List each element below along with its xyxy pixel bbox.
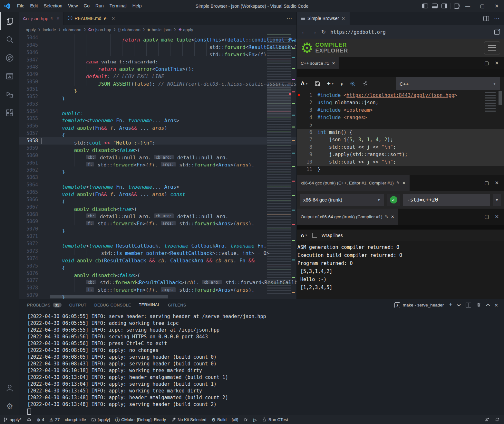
menu-run[interactable]: Run [92, 3, 107, 8]
customize-layout-icon[interactable] [454, 4, 459, 9]
code-line-5061[interactable]: 5061f: std::forward<Fn>(f), args: std::f… [19, 159, 296, 167]
breadcrumb-item-json.hpp[interactable]: C++json.hpp [88, 27, 111, 32]
breadcrumb-item-nlohmann[interactable]: {}nlohmann [118, 27, 141, 32]
code-line-5058[interactable]: 5058std::cout << "Hello :-)\n"; [19, 137, 296, 145]
ce-code-line-9[interactable]: 9 j.apply(std::ranges::sort); [297, 151, 504, 158]
compiler-select[interactable]: x86-64 gcc (trunk)▼ [300, 194, 384, 206]
panel-tab-gitlens[interactable]: GITLENS [168, 299, 186, 311]
maximize-panel-icon[interactable]: ❯ [486, 304, 490, 306]
extensions-icon[interactable] [0, 104, 19, 122]
options-dropdown-icon[interactable]: ▼ [493, 194, 501, 206]
code-line-5069[interactable]: 5069f: std::forward<Fn>(f), args: std::f… [19, 218, 296, 225]
status-item-cmake-launch[interactable]: ▷ [253, 418, 257, 422]
code-line-5070[interactable]: 5070} [19, 225, 296, 233]
add-pane-button[interactable]: +▼ [327, 80, 334, 88]
code-line-5054[interactable]: 5054public: [19, 108, 296, 115]
code-line-5045[interactable]: 5045std::forward<ResultCallback>(cb), [19, 42, 296, 49]
horizontal-scrollbar[interactable] [50, 295, 168, 298]
forward-icon[interactable]: → [311, 29, 317, 35]
code-line-5062[interactable]: 5062} [19, 166, 296, 174]
code-line-5063[interactable]: 5063 [19, 174, 296, 181]
url-input[interactable]: https://godbolt.org [330, 29, 490, 35]
code-line-5056[interactable]: 5056void apply(Fn&& f, Args&& ... args) [19, 122, 296, 130]
ce-code-line-10[interactable]: 10 std::cout << j << "\n"; [297, 158, 504, 166]
close-button[interactable]: ✕ [489, 0, 504, 12]
search-icon[interactable] [0, 30, 19, 49]
code-editor[interactable]: 5044return apply_make_tuple<ConstThis>(d… [19, 34, 296, 299]
ce-compiler-tab[interactable]: x86-64 gcc (trunk) (C++, Editor #1, Comp… [297, 175, 410, 191]
code-line-5075[interactable]: 5075{ [19, 262, 296, 270]
editor-more-actions[interactable]: ⋯ [282, 12, 296, 25]
status-item-cmake-status[interactable]: ⓘCMake: [Debug]: Ready [115, 417, 166, 422]
status-item-clangd-status[interactable]: clangd: idle [65, 417, 86, 422]
code-line-5059[interactable]: 5059apply_dispatch<false>( [19, 145, 296, 152]
menu-go[interactable]: Go [81, 3, 92, 8]
minimap[interactable] [267, 34, 291, 294]
code-line-5053[interactable]: 5053 [19, 100, 296, 108]
font-size-button[interactable]: A▼ [301, 232, 308, 238]
close-icon[interactable]: ✕ [111, 16, 115, 21]
explorer-icon[interactable] [0, 12, 19, 30]
code-line-5068[interactable]: 5068cb: detail::null_arg, cb_arg: detail… [19, 211, 296, 218]
close-pane-icon[interactable]: ✕ [495, 180, 499, 186]
panel-tab-output[interactable]: OUTPUT [69, 299, 87, 311]
ce-code-line-3[interactable]: 3#include <iostream> [297, 107, 504, 114]
save-icon[interactable] [315, 81, 320, 87]
maximize-pane-icon[interactable]: ▢ [484, 60, 489, 66]
edit-icon[interactable]: ✎ [385, 214, 388, 219]
close-icon[interactable]: ✕ [332, 61, 335, 66]
code-line-5047[interactable]: 5047case value_t::discarded: [19, 56, 296, 64]
menu-edit[interactable]: Edit [27, 3, 41, 8]
panel-tab-debug-console[interactable]: DEBUG CONSOLE [94, 299, 131, 311]
minimize-button[interactable]: — [460, 0, 475, 12]
breadcrumb[interactable]: apply❯include❯nlohmann❯C++json.hpp❯{}nlo… [19, 25, 296, 34]
code-line-5048[interactable]: 5048return apply_error<ConstThis>(); [19, 63, 296, 71]
code-line-5071[interactable]: 5071 [19, 233, 296, 240]
minimap-slider[interactable] [267, 85, 291, 116]
terminal-output[interactable]: [2022-04-30 06:05:55] INFO: serve_header… [19, 311, 504, 415]
code-line-5074[interactable]: 5074void apply_cb(ResultCallback && cb, … [19, 255, 296, 262]
terminal-dropdown-icon[interactable]: ❯ [457, 304, 461, 306]
ce-menu-button[interactable] [484, 42, 500, 54]
status-item-git-branch[interactable]: apply* [3, 417, 21, 422]
code-line-5065[interactable]: 5065void apply(Fn&& f, Args&& ... args) … [19, 189, 296, 196]
insights-icon[interactable] [362, 81, 368, 87]
close-icon[interactable]: ✕ [391, 214, 394, 219]
breadcrumb-item-apply[interactable]: apply [26, 27, 36, 32]
status-item-publish[interactable] [26, 417, 31, 422]
ce-code-line-4[interactable]: 4#include <ranges> [297, 114, 504, 121]
menu-terminal[interactable]: Terminal [107, 3, 130, 8]
status-item-cmake-build[interactable]: ⚙Build [212, 417, 227, 422]
breadcrumb-item-apply[interactable]: ❖apply [178, 27, 193, 32]
vim-mode-icon[interactable]: v [341, 80, 343, 87]
ce-code-line-6[interactable]: 6int main() { [297, 129, 504, 136]
close-pane-icon[interactable]: ✕ [495, 60, 499, 66]
accounts-icon[interactable] [0, 379, 19, 397]
ce-source-editor[interactable]: 1#include <https://localhost:8443/apply/… [297, 90, 504, 175]
code-line-5052[interactable]: 5052} [19, 93, 296, 100]
terminal-select[interactable]: ❯ make - serve_header [394, 302, 444, 308]
tab-readme.md[interactable]: ⓘREADME.md9+✕ [64, 12, 119, 25]
status-item-notifications[interactable] [495, 417, 499, 422]
maximize-pane-icon[interactable]: ▢ [484, 180, 489, 186]
status-item-errors[interactable]: ⊗4 [36, 417, 44, 422]
toggle-panel-icon[interactable] [432, 4, 438, 8]
wrap-lines-checkbox[interactable] [312, 233, 317, 238]
code-line-5057[interactable]: 5057{ [19, 130, 296, 137]
maximize-button[interactable]: ▢ [475, 0, 489, 12]
code-line-5076[interactable]: 5076apply_dispatch<false>( [19, 270, 296, 277]
close-panel-icon[interactable]: ✕ [494, 303, 498, 308]
code-line-5064[interactable]: 5064template<typename Fn, typename... Ar… [19, 181, 296, 189]
panel-tab-problems[interactable]: PROBLEMS31 [27, 299, 62, 311]
open-external-icon[interactable]: ↗ [494, 30, 499, 35]
panel-tab-terminal[interactable]: TERMINAL [139, 299, 160, 311]
menu-selection[interactable]: Selection [41, 3, 65, 8]
ce-code-line-2[interactable]: 2using nlohmann::json; [297, 99, 504, 107]
code-line-5060[interactable]: 5060cb: detail::null_arg, cb_arg: detail… [19, 152, 296, 159]
breadcrumb-item-include[interactable]: include [43, 27, 56, 32]
code-line-5044[interactable]: 5044return apply_make_tuple<ConstThis>(d… [19, 34, 296, 42]
ce-code-line-5[interactable]: 5 [297, 121, 504, 129]
breadcrumb-item-basic_json[interactable]: ◈basic_json [147, 27, 171, 32]
status-item-warnings[interactable]: ⚠27 [49, 417, 60, 422]
menu-view[interactable]: View [65, 3, 81, 8]
